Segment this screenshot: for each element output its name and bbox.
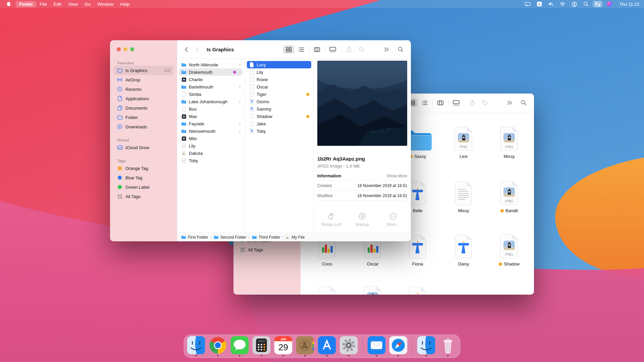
user-account-icon[interactable] <box>570 1 579 8</box>
dock-item-app-store[interactable] <box>318 336 336 356</box>
file-row-toby[interactable]: Toby <box>179 157 243 164</box>
path-item-my-file[interactable]: My File <box>285 235 305 240</box>
sidebar-item-blue-tag[interactable]: Blue Tag <box>113 173 174 182</box>
file-row-lily[interactable]: Lily <box>247 68 311 76</box>
menu-item-window[interactable]: Window <box>94 1 117 7</box>
sidebar-item-applications[interactable]: Applications <box>113 94 174 103</box>
siri-icon[interactable] <box>605 1 614 8</box>
file-row-shadow[interactable]: Shadow <box>247 113 311 120</box>
menu-item-go[interactable]: Go <box>81 1 94 7</box>
spotlight-search-icon[interactable] <box>581 1 591 7</box>
grid-file-partial[interactable] <box>307 282 347 295</box>
keyboard-input-icon[interactable]: A <box>535 1 544 7</box>
column-view-icon[interactable] <box>311 45 323 54</box>
column-view-icon[interactable] <box>435 99 446 107</box>
menu-item-file[interactable]: File <box>36 1 50 7</box>
menu-item-edit[interactable]: Edit <box>50 1 65 7</box>
sidebar-item-downloads[interactable]: Downloads <box>113 122 174 131</box>
dock-item-safari[interactable] <box>389 336 408 356</box>
dock-item-mail[interactable] <box>367 336 386 356</box>
search-icon[interactable] <box>519 99 529 107</box>
file-row-roxie[interactable]: Roxie <box>247 76 311 83</box>
minimize-button[interactable] <box>123 47 127 51</box>
path-item-second-folder[interactable]: Second Folder <box>214 235 247 240</box>
dock-item-finder[interactable] <box>187 336 206 356</box>
display-mirroring-icon[interactable] <box>523 1 533 7</box>
menu-item-view[interactable]: View <box>65 1 81 7</box>
sidebar-item-is-graphics[interactable]: Is Graphics123 <box>113 66 174 75</box>
dock-item-settings[interactable] <box>339 336 358 356</box>
sidebar-item-airdrop[interactable]: AirDrop <box>113 75 174 84</box>
zoom-button[interactable] <box>130 47 134 51</box>
sidebar-item-folder[interactable]: Folder <box>113 113 174 122</box>
grid-file-partial[interactable]: PNG <box>353 282 393 295</box>
file-row-drakemouth[interactable]: Drakemouth› <box>179 68 243 76</box>
dock-item-trash[interactable] <box>439 336 458 356</box>
menu-clock[interactable]: Thu 11:22 <box>619 2 639 7</box>
file-row-north-albinside[interactable]: North Albinside› <box>179 61 243 68</box>
grid-file-missy[interactable]: Missy <box>443 177 484 213</box>
rotate-left-button[interactable]: Rotate Left <box>320 212 342 227</box>
finder-window-front[interactable]: FavoritesIs Graphics123AirDropRecentsApp… <box>110 40 411 241</box>
more--button[interactable]: More... <box>382 212 404 227</box>
sidebar-item-icloud-drive[interactable]: iCloud Drive <box>113 143 174 152</box>
list-view-icon[interactable] <box>296 45 307 54</box>
file-row-gizmo[interactable]: Gizmo <box>247 98 311 105</box>
file-row-oscar[interactable]: Oscar <box>247 83 311 90</box>
grid-file-partial[interactable] <box>397 282 438 295</box>
list-view-icon[interactable] <box>419 99 430 107</box>
dock-item-messages[interactable] <box>230 336 249 356</box>
wifi-icon[interactable] <box>557 1 568 7</box>
path-item-first-folder[interactable]: First Folder <box>181 235 208 240</box>
sidebar-item-all-tags[interactable]: All Tags <box>113 192 174 201</box>
tag-icon[interactable] <box>480 99 490 107</box>
file-row-max[interactable]: Max <box>179 113 243 120</box>
file-row-nienowmouth[interactable]: Nienowmouth› <box>179 127 243 135</box>
file-row-tiger[interactable]: Tiger <box>247 90 311 98</box>
markup-button[interactable]: Markup <box>351 212 373 227</box>
search-icon[interactable] <box>395 45 406 54</box>
grid-file-missy[interactable]: PNGMissy <box>489 123 529 159</box>
grid-file-daisy[interactable]: Daisy <box>443 231 484 266</box>
grid-file-shadow[interactable]: PNGShadow <box>489 231 529 266</box>
file-row-lucy[interactable]: Lucy <box>247 61 311 68</box>
grid-file-bandit[interactable]: PNGBandit <box>489 177 529 213</box>
menu-item-help[interactable]: Help <box>117 1 133 7</box>
more-chevrons-icon[interactable] <box>504 99 515 107</box>
back-button[interactable] <box>184 47 188 53</box>
dock-item-calendar[interactable]: JUN29 <box>274 336 293 356</box>
dock-item-chrome[interactable] <box>209 336 227 356</box>
dock-item-calculator[interactable] <box>252 336 271 356</box>
menu-item-finder[interactable]: Finder <box>16 1 36 7</box>
grid-view-icon[interactable] <box>283 45 294 54</box>
file-row-boo[interactable]: Boo <box>179 105 243 113</box>
path-item-third-folder[interactable]: Third Folder <box>252 235 280 240</box>
sidebar-item-all-tags[interactable]: All Tags <box>237 245 297 254</box>
file-row-lake-johanborough[interactable]: Lake Johanborough› <box>179 98 243 105</box>
more-chevrons-icon[interactable] <box>381 45 391 54</box>
share-icon[interactable] <box>467 99 477 107</box>
forward-button[interactable] <box>196 47 199 53</box>
mute-icon[interactable] <box>546 1 555 7</box>
gallery-view-icon[interactable] <box>327 45 338 54</box>
close-button[interactable] <box>117 47 121 51</box>
sidebar-item-green-label[interactable]: Green Label <box>113 182 174 192</box>
file-row-fayside[interactable]: Fayside› <box>179 120 243 127</box>
file-row-simba[interactable]: Simba <box>179 90 243 98</box>
share-icon[interactable] <box>344 45 354 54</box>
grid-file-lexi[interactable]: PNGLexi <box>443 123 484 159</box>
control-center-icon[interactable] <box>593 1 603 7</box>
gallery-view-icon[interactable] <box>450 99 462 107</box>
dock-item-contacts[interactable] <box>296 336 315 356</box>
sidebar-item-documents[interactable]: Documents <box>113 103 174 113</box>
file-row-sammy[interactable]: Sammy <box>247 105 311 113</box>
file-row-bartellmouth[interactable]: Bartellmouth› <box>179 83 243 90</box>
dock-item-finder-2[interactable] <box>417 336 436 356</box>
sidebar-item-orange-tag[interactable]: Orange Tag <box>113 164 174 173</box>
apple-menu-icon[interactable] <box>0 1 16 7</box>
file-row-lily[interactable]: Lily <box>179 142 243 149</box>
file-row-dakota[interactable]: Dakota <box>179 149 243 157</box>
file-row-charlie[interactable]: Charlie <box>179 76 243 83</box>
file-row-jake[interactable]: Jake <box>247 120 311 127</box>
file-row-milo[interactable]: Milo <box>179 135 243 142</box>
